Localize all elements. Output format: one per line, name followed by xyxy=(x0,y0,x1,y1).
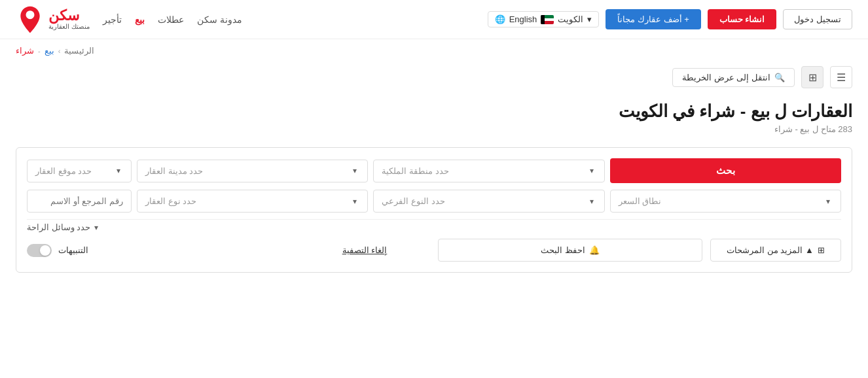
subtype-dropdown[interactable]: ▾ حدد النوع الفرعي xyxy=(373,190,604,213)
chevron-down-icon: ▾ xyxy=(826,197,830,206)
logo-pin-icon xyxy=(16,5,45,34)
search-form: بحث ▾ حدد منطقة الملكية ▾ حدد مدينة العق… xyxy=(16,147,852,273)
map-view-button[interactable]: 🔍 انتقل إلى عرض الخريطة xyxy=(672,68,795,87)
type-dropdown[interactable]: ▾ حدد نوع العقار xyxy=(137,190,368,213)
filter-icon: ⊞ xyxy=(818,245,825,255)
globe-icon: 🌐 xyxy=(495,14,505,24)
notifications-row: التنبيهات xyxy=(27,244,291,257)
add-property-button[interactable]: + أضف عقارك مجاناً xyxy=(606,9,700,29)
chevron-down-icon: ▾ xyxy=(587,14,592,24)
ref-input[interactable] xyxy=(27,190,132,213)
grid-view-icon: ⊞ xyxy=(808,71,817,84)
toolbar: ☰ ⊞ 🔍 انتقل إلى عرض الخريطة xyxy=(0,62,868,95)
nav-sell[interactable]: بيع xyxy=(135,14,145,25)
chevron-down-icon: ▾ xyxy=(590,166,594,175)
logo-text: سكن منصتك العقارية xyxy=(48,9,90,30)
language-selector[interactable]: ▾ الكويت English 🌐 xyxy=(488,11,600,27)
nav-links: مدونة سكن عطلات بيع تأجير xyxy=(103,14,242,25)
list-view-icon: ☰ xyxy=(837,71,846,84)
breadcrumb-buy: شراء xyxy=(16,46,34,56)
create-account-button[interactable]: انشاء حساب xyxy=(708,9,777,29)
grid-view-button[interactable]: ⊞ xyxy=(801,66,823,88)
notifications-label: التنبيهات xyxy=(58,245,88,255)
nav-rent[interactable]: تأجير xyxy=(103,14,122,25)
page-title: العقارات ل بيع - شراء في الكويت xyxy=(16,101,852,122)
country-label: الكويت xyxy=(558,14,583,24)
amenities-placeholder: حدد وسائل الراحة xyxy=(27,222,90,232)
nav-vacancies[interactable]: عطلات xyxy=(158,14,184,25)
list-view-button[interactable]: ☰ xyxy=(830,66,852,88)
toggle-track xyxy=(27,244,52,257)
header-left: تسجيل دخول انشاء حساب + أضف عقارك مجاناً… xyxy=(488,9,852,29)
nav-blog[interactable]: مدونة سكن xyxy=(197,14,242,25)
location-dropdown[interactable]: ▾ حدد موقع العقار xyxy=(27,160,132,182)
chevron-down-icon: ▾ xyxy=(353,166,357,175)
logo[interactable]: سكن منصتك العقارية xyxy=(16,5,90,34)
page-subtitle: 283 متاح ل بيع - شراء xyxy=(16,124,852,134)
city-placeholder: حدد مدينة العقار xyxy=(145,166,203,176)
bell-icon: 🔔 xyxy=(589,245,600,255)
toggle-thumb xyxy=(40,245,50,256)
amenities-row[interactable]: ▾ حدد وسائل الراحة xyxy=(27,219,841,235)
more-filters-button[interactable]: ⊞ ▲ المزيد من المرشحات xyxy=(710,239,841,262)
location-placeholder: حدد موقع العقار xyxy=(35,166,92,176)
breadcrumb-separator-1: › xyxy=(58,47,61,55)
map-icon: 🔍 xyxy=(774,73,785,82)
breadcrumb-separator-2: - xyxy=(38,47,41,55)
ownership-dropdown[interactable]: ▾ حدد منطقة الملكية xyxy=(373,160,604,182)
header: تسجيل دخول انشاء حساب + أضف عقارك مجاناً… xyxy=(0,0,868,39)
ownership-placeholder: حدد منطقة الملكية xyxy=(382,166,448,176)
chevron-down-icon: ▾ xyxy=(94,223,98,232)
search-row-2: ▾ نطاق السعر ▾ حدد النوع الفرعي ▾ حدد نو… xyxy=(27,190,841,213)
chevron-down-icon: ▾ xyxy=(117,166,120,175)
kuwait-flag-icon xyxy=(541,15,554,24)
logo-subtitle: منصتك العقارية xyxy=(48,23,90,30)
breadcrumb-home[interactable]: الرئيسية xyxy=(64,46,94,56)
language-label: English xyxy=(509,14,537,24)
bottom-bar: ⊞ ▲ المزيد من المرشحات 🔔 احفظ البحث إلغا… xyxy=(27,239,841,262)
type-placeholder: حدد نوع العقار xyxy=(145,196,196,206)
price-placeholder: نطاق السعر xyxy=(619,196,662,206)
clear-filters-link[interactable]: إلغاء التصفية xyxy=(299,245,430,255)
search-row-1: بحث ▾ حدد منطقة الملكية ▾ حدد مدينة العق… xyxy=(27,158,841,183)
subtype-placeholder: حدد النوع الفرعي xyxy=(382,196,444,206)
breadcrumb-sell[interactable]: بيع xyxy=(45,46,54,56)
header-right: مدونة سكن عطلات بيع تأجير سكن منصتك العق… xyxy=(16,5,242,34)
main-content: العقارات ل بيع - شراء في الكويت 283 متاح… xyxy=(0,101,868,273)
chevron-down-icon: ▾ xyxy=(590,197,594,206)
login-button[interactable]: تسجيل دخول xyxy=(783,9,852,29)
price-dropdown[interactable]: ▾ نطاق السعر xyxy=(610,190,841,213)
breadcrumb: الرئيسية › بيع - شراء xyxy=(0,39,868,62)
notifications-toggle[interactable] xyxy=(27,244,52,257)
save-search-button[interactable]: 🔔 احفظ البحث xyxy=(438,239,702,262)
search-button[interactable]: بحث xyxy=(610,158,841,183)
city-dropdown[interactable]: ▾ حدد مدينة العقار xyxy=(137,160,368,182)
logo-name: سكن xyxy=(48,9,79,23)
chevron-down-icon: ▾ xyxy=(353,197,357,206)
